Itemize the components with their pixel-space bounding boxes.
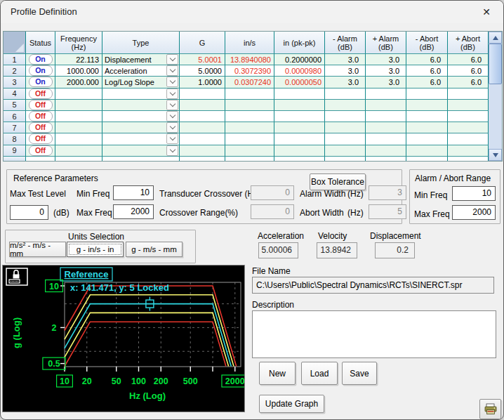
cell-plus-alarm[interactable] [366, 100, 406, 111]
cell-in-pkpk[interactable]: 0.0000980 [274, 65, 325, 77]
cell-type[interactable] [102, 111, 180, 122]
cell-plus-abort[interactable]: 6.0 [448, 54, 489, 65]
row-number-cell[interactable]: 4 [4, 88, 26, 100]
type-dropdown-button[interactable] [166, 111, 178, 122]
status-toggle-button[interactable]: Off [29, 145, 53, 156]
cell-plus-abort[interactable]: 6.0 [448, 77, 489, 88]
cell-in-s[interactable]: 0.3072390 [225, 65, 274, 77]
cell-in-s[interactable] [225, 100, 274, 111]
cell-plus-abort[interactable]: 6.0 [448, 65, 489, 77]
cell-minus-abort[interactable] [406, 88, 448, 100]
cell-plus-abort[interactable] [448, 122, 489, 133]
table-scrollbar[interactable] [489, 32, 502, 161]
type-dropdown-button[interactable] [166, 100, 178, 110]
cell-in-s[interactable] [225, 111, 274, 122]
cell-in-s[interactable]: 13.8940080 [225, 54, 274, 65]
type-dropdown-button[interactable] [166, 122, 178, 133]
status-toggle-button[interactable]: On [29, 54, 53, 65]
cell-g[interactable] [180, 122, 225, 133]
cell-plus-alarm[interactable] [366, 111, 406, 122]
cell-minus-abort[interactable] [406, 133, 448, 145]
status-toggle-button[interactable]: Off [29, 133, 53, 144]
row-number-cell[interactable]: 9 [4, 145, 26, 157]
new-button[interactable]: New [259, 362, 296, 385]
cell-frequency[interactable] [55, 111, 102, 122]
cell-minus-abort[interactable]: 6.0 [406, 77, 448, 88]
cell-in-pkpk[interactable] [274, 100, 325, 111]
row-number-cell[interactable]: 1 [4, 54, 26, 65]
cell-plus-alarm[interactable]: 3.0 [366, 77, 406, 88]
status-toggle-button[interactable]: On [29, 65, 53, 76]
row-number-cell[interactable]: 8 [4, 133, 26, 145]
type-dropdown-button[interactable] [166, 77, 178, 87]
cell-type[interactable] [102, 133, 180, 145]
cell-g[interactable] [180, 111, 225, 122]
cell-minus-abort[interactable]: 6.0 [406, 65, 448, 77]
save-button[interactable]: Save [342, 362, 377, 385]
status-toggle-button[interactable]: Off [29, 88, 53, 99]
units-option-g-in[interactable]: g - in/s - in [67, 242, 124, 257]
close-button[interactable]: ✕ [477, 4, 496, 20]
scrollbar-track[interactable] [489, 44, 502, 149]
cell-g[interactable] [180, 133, 225, 145]
cell-in-s[interactable] [225, 145, 274, 157]
cell-minus-abort[interactable] [406, 100, 448, 111]
type-dropdown-button[interactable] [166, 88, 178, 99]
cell-plus-alarm[interactable]: 3.0 [366, 54, 406, 65]
cell-g[interactable] [180, 145, 225, 157]
cell-plus-abort[interactable] [448, 145, 489, 157]
cell-plus-alarm[interactable] [366, 133, 406, 145]
cell-in-pkpk[interactable] [274, 145, 325, 157]
status-toggle-button[interactable]: On [29, 77, 53, 87]
cell-plus-abort[interactable] [448, 88, 489, 100]
cell-frequency[interactable] [55, 122, 102, 133]
cell-frequency[interactable] [55, 100, 102, 111]
type-dropdown-button[interactable] [166, 54, 178, 65]
cell-minus-alarm[interactable]: 3.0 [325, 77, 366, 88]
aar-max-freq-field[interactable]: 2000 [452, 205, 496, 220]
update-graph-button[interactable]: Update Graph [259, 395, 324, 413]
cell-minus-alarm[interactable] [325, 111, 366, 122]
max-freq-field[interactable]: 2000 [113, 204, 154, 219]
units-option-ms2[interactable]: m/s² - m/s - mm [9, 242, 66, 257]
cell-frequency[interactable] [55, 145, 102, 157]
status-toggle-button[interactable]: Off [29, 122, 53, 133]
row-number-cell[interactable]: 7 [4, 122, 26, 133]
cell-in-pkpk[interactable] [274, 88, 325, 100]
scroll-down-button[interactable] [489, 149, 502, 161]
cell-type[interactable] [102, 88, 180, 100]
cell-type[interactable] [102, 122, 180, 133]
row-number-cell[interactable]: 2 [4, 65, 26, 77]
cell-frequency[interactable]: 22.113 [55, 54, 102, 65]
cell-in-pkpk[interactable] [274, 122, 325, 133]
cell-minus-abort[interactable] [406, 122, 448, 133]
cell-plus-alarm[interactable] [366, 145, 406, 157]
cell-minus-alarm[interactable]: 3.0 [325, 54, 366, 65]
status-toggle-button[interactable]: Off [29, 111, 53, 122]
cell-g[interactable] [180, 88, 225, 100]
cell-frequency[interactable] [55, 88, 102, 100]
cell-minus-alarm[interactable] [325, 133, 366, 145]
cell-plus-abort[interactable] [448, 100, 489, 111]
cell-in-pkpk[interactable] [274, 111, 325, 122]
cell-frequency[interactable] [55, 133, 102, 145]
cell-in-s[interactable] [225, 88, 274, 100]
cell-g[interactable]: 5.0000 [180, 65, 225, 77]
cell-plus-alarm[interactable] [366, 88, 406, 100]
scrollbar-thumb[interactable] [489, 44, 502, 84]
cell-type[interactable] [102, 100, 180, 111]
min-freq-field[interactable]: 10 [113, 185, 154, 200]
cell-in-pkpk[interactable] [274, 133, 325, 145]
cell-in-pkpk[interactable]: 0.0000050 [274, 77, 325, 88]
cell-plus-alarm[interactable]: 3.0 [366, 65, 406, 77]
cell-type[interactable] [102, 145, 180, 157]
cell-in-s[interactable] [225, 122, 274, 133]
cell-minus-abort[interactable] [406, 111, 448, 122]
cell-minus-alarm[interactable] [325, 122, 366, 133]
cell-minus-abort[interactable] [406, 145, 448, 157]
keyboard-lock-button[interactable] [6, 268, 28, 286]
cell-g[interactable] [180, 100, 225, 111]
units-option-g-m[interactable]: g - m/s - mm [126, 242, 183, 257]
aar-min-freq-field[interactable]: 10 [452, 186, 496, 201]
row-number-cell[interactable]: 5 [4, 100, 26, 111]
